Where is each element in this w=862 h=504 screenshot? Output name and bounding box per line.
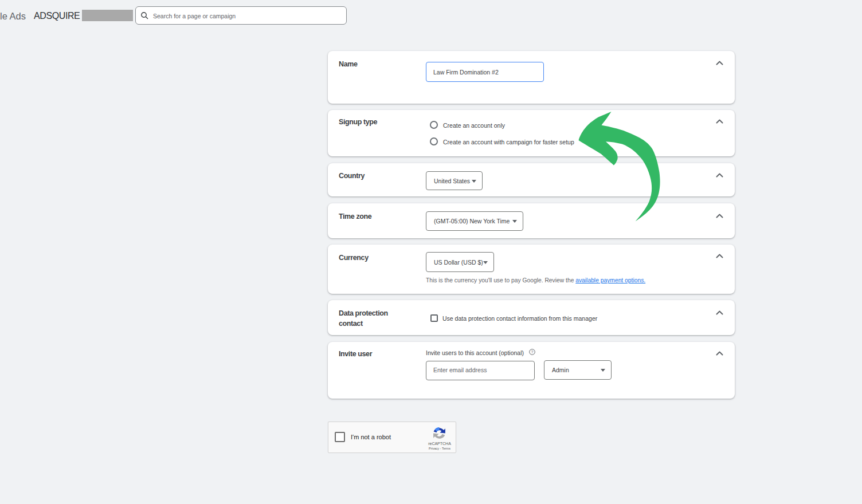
svg-text:?: ?	[531, 350, 534, 354]
